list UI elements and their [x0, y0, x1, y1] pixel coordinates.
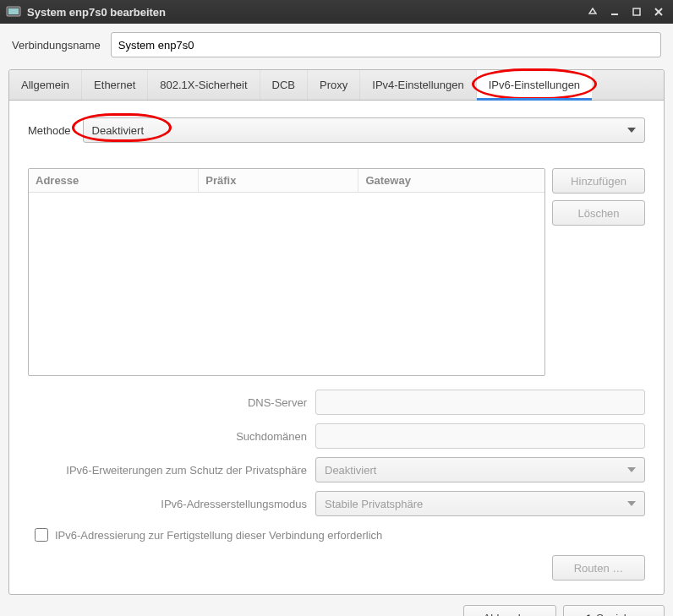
required-checkbox[interactable] [35, 528, 48, 542]
maximize-icon[interactable] [631, 6, 643, 18]
close-icon[interactable] [653, 6, 665, 18]
privacy-row: IPv6-Erweiterungen zum Schutz der Privat… [28, 457, 645, 482]
chevron-down-icon [627, 467, 636, 472]
routes-button[interactable]: Routen … [552, 555, 645, 581]
required-label: IPv6-Adressierung zur Fertigstellung die… [55, 529, 382, 542]
tab-dcb[interactable]: DCB [260, 70, 308, 100]
keep-above-icon[interactable] [587, 6, 599, 18]
tab-ipv4[interactable]: IPv4-Einstellungen [360, 70, 476, 100]
tab-8021x[interactable]: 802.1X-Sicherheit [148, 70, 260, 100]
col-gateway: Gateway [358, 169, 544, 192]
ipv6-form: DNS-Server Suchdomänen IPv6-Erweiterunge… [28, 390, 645, 516]
svg-rect-3 [633, 8, 640, 15]
main-content: Verbindungsname Allgemein Ethernet 802.1… [0, 24, 673, 595]
minimize-icon[interactable] [609, 6, 621, 18]
connection-name-input[interactable] [111, 32, 661, 57]
privacy-label: IPv6-Erweiterungen zum Schutz der Privat… [28, 464, 307, 477]
window-titlebar: System enp7s0 bearbeiten [0, 0, 673, 24]
col-prefix: Präfix [199, 169, 358, 192]
tab-proxy[interactable]: Proxy [308, 70, 360, 100]
method-value: Deaktiviert [92, 124, 144, 137]
window-title: System enp7s0 bearbeiten [27, 6, 587, 19]
chevron-down-icon [627, 501, 636, 506]
check-icon: ✔ [582, 612, 591, 617]
connection-name-row: Verbindungsname [8, 32, 665, 57]
addrgen-value: Stabile Privatsphäre [325, 498, 423, 510]
add-address-button[interactable]: Hinzufügen [552, 168, 645, 194]
ipv6-panel: Methode Deaktiviert Adresse Präfix Gatew… [9, 101, 664, 594]
tab-bar: Allgemein Ethernet 802.1X-Sicherheit DCB… [9, 70, 664, 101]
connection-name-label: Verbindungsname [12, 39, 101, 52]
chevron-down-icon [627, 128, 636, 133]
app-icon [5, 4, 22, 19]
dns-row: DNS-Server [28, 390, 645, 415]
address-table-header: Adresse Präfix Gateway [29, 169, 544, 193]
routes-row: Routen … [28, 555, 645, 581]
addrgen-combo[interactable]: Stabile Privatsphäre [315, 491, 645, 516]
dns-input[interactable] [315, 390, 645, 415]
addrgen-row: IPv6-Adresserstellungsmodus Stabile Priv… [28, 491, 645, 516]
addrgen-label: IPv6-Adresserstellungsmodus [28, 498, 307, 510]
cancel-button[interactable]: Abbrechen [463, 605, 556, 616]
search-input[interactable] [315, 423, 645, 449]
search-label: Suchdomänen [28, 430, 307, 443]
tab-ipv6[interactable]: IPv6-Einstellungen [477, 70, 592, 100]
search-row: Suchdomänen [28, 423, 645, 449]
dialog-actions: Abbrechen ✔ Speichern [0, 595, 673, 616]
method-combo[interactable]: Deaktiviert [83, 117, 645, 143]
tab-ethernet[interactable]: Ethernet [82, 70, 148, 100]
delete-address-button[interactable]: Löschen [552, 200, 645, 226]
col-address: Adresse [29, 169, 199, 192]
svg-rect-1 [8, 8, 19, 14]
tab-general[interactable]: Allgemein [9, 70, 82, 100]
save-button[interactable]: ✔ Speichern [563, 605, 665, 616]
address-buttons: Hinzufügen Löschen [552, 168, 645, 376]
window-controls [587, 6, 665, 18]
settings-notebook: Allgemein Ethernet 802.1X-Sicherheit DCB… [8, 69, 665, 595]
address-area: Adresse Präfix Gateway Hinzufügen Lösche… [28, 168, 645, 376]
method-row: Methode Deaktiviert [28, 117, 645, 143]
privacy-combo[interactable]: Deaktiviert [315, 457, 645, 482]
required-check-row: IPv6-Adressierung zur Fertigstellung die… [28, 528, 645, 542]
privacy-value: Deaktiviert [325, 464, 376, 477]
dns-label: DNS-Server [28, 396, 307, 409]
method-label: Methode [28, 124, 71, 137]
address-table[interactable]: Adresse Präfix Gateway [28, 168, 545, 376]
